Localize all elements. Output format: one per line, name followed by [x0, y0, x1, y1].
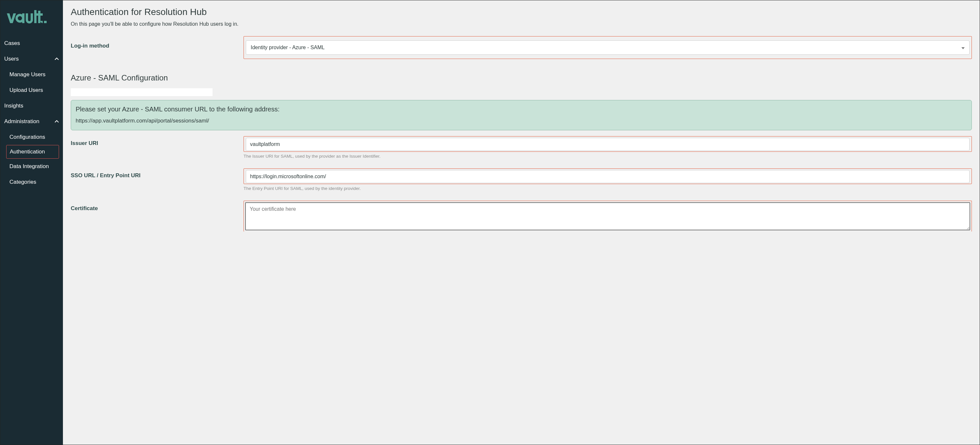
- certificate-row: Certificate: [71, 201, 972, 232]
- highlight-wrap: [243, 168, 972, 184]
- spacer: [71, 194, 972, 201]
- login-method-control: Identity provider - Azure - SAML: [243, 36, 972, 59]
- sso-control: The Entry Point URI for SAML, used by th…: [243, 168, 972, 191]
- sidebar-item-data-integration[interactable]: Data Integration: [0, 158, 63, 174]
- issuer-help-text: The Issuer URI for SAML, used by the pro…: [243, 154, 972, 158]
- sidebar-item-label: Categories: [10, 179, 36, 185]
- sidebar-item-label: Administration: [4, 118, 40, 125]
- login-method-label: Log-in method: [71, 36, 243, 49]
- app-root: Cases Users Manage Users Upload Users In…: [0, 0, 980, 445]
- sidebar-item-label: Manage Users: [10, 71, 46, 78]
- sidebar-item-insights[interactable]: Insights: [0, 98, 63, 114]
- svg-rect-3: [38, 11, 40, 23]
- caret-down-icon: [961, 44, 965, 51]
- chevron-up-icon: [54, 119, 59, 124]
- blank-placeholder: [71, 88, 213, 96]
- sso-row: SSO URL / Entry Point URI The Entry Poin…: [71, 168, 972, 191]
- highlight-wrap: Identity provider - Azure - SAML: [243, 36, 972, 59]
- sidebar-item-categories[interactable]: Categories: [0, 174, 63, 190]
- svg-rect-1: [22, 13, 24, 23]
- issuer-input[interactable]: [246, 138, 970, 151]
- sso-label: SSO URL / Entry Point URI: [71, 168, 243, 179]
- issuer-row: Issuer URI The Issuer URI for SAML, used…: [71, 136, 972, 158]
- main-content: Authentication for Resolution Hub On thi…: [63, 0, 980, 445]
- select-value: Identity provider - Azure - SAML: [251, 44, 325, 51]
- page-description: On this page you'll be able to configure…: [71, 21, 972, 27]
- sidebar-item-users[interactable]: Users: [0, 51, 63, 67]
- info-banner-title: Please set your Azure - SAML consumer UR…: [76, 106, 967, 113]
- sidebar-item-cases[interactable]: Cases: [0, 35, 63, 51]
- svg-rect-2: [34, 10, 37, 23]
- login-method-row: Log-in method Identity provider - Azure …: [71, 36, 972, 59]
- issuer-label: Issuer URI: [71, 136, 243, 147]
- sidebar-nav: Cases Users Manage Users Upload Users In…: [0, 35, 63, 190]
- highlight-wrap: [243, 201, 972, 232]
- highlight-wrap: [243, 136, 972, 152]
- sidebar-item-label: Authentication: [10, 149, 45, 155]
- svg-rect-4: [36, 13, 43, 16]
- sso-input[interactable]: [246, 170, 970, 183]
- sidebar-item-label: Insights: [4, 103, 24, 109]
- sidebar-item-label: Upload Users: [10, 87, 43, 93]
- sidebar-item-administration[interactable]: Administration: [0, 114, 63, 129]
- sidebar-item-label: Configurations: [10, 134, 45, 140]
- spacer: [71, 162, 972, 168]
- sidebar-item-configurations[interactable]: Configurations: [0, 129, 63, 145]
- sidebar-item-label: Data Integration: [10, 163, 49, 170]
- sidebar-item-label: Users: [4, 56, 19, 62]
- sidebar: Cases Users Manage Users Upload Users In…: [0, 0, 63, 445]
- sidebar-item-label: Cases: [4, 40, 20, 47]
- svg-rect-5: [44, 21, 47, 23]
- brand-logo: [0, 0, 63, 35]
- info-banner-url: https://app.vaultplatform.com/api/portal…: [76, 117, 967, 124]
- sso-help-text: The Entry Point URI for SAML, used by th…: [243, 186, 972, 191]
- sidebar-item-manage-users[interactable]: Manage Users: [0, 67, 63, 82]
- chevron-up-icon: [54, 57, 59, 61]
- section-title: Azure - SAML Configuration: [71, 73, 972, 82]
- certificate-label: Certificate: [71, 201, 243, 212]
- saml-info-banner: Please set your Azure - SAML consumer UR…: [71, 100, 972, 130]
- certificate-textarea[interactable]: [245, 202, 970, 230]
- login-method-select[interactable]: Identity provider - Azure - SAML: [246, 40, 970, 55]
- issuer-control: The Issuer URI for SAML, used by the pro…: [243, 136, 972, 158]
- page-title: Authentication for Resolution Hub: [71, 7, 972, 17]
- vault-logo-icon: [7, 10, 52, 26]
- sidebar-item-authentication[interactable]: Authentication: [6, 145, 59, 158]
- certificate-control: [243, 201, 972, 232]
- sidebar-item-upload-users[interactable]: Upload Users: [0, 82, 63, 98]
